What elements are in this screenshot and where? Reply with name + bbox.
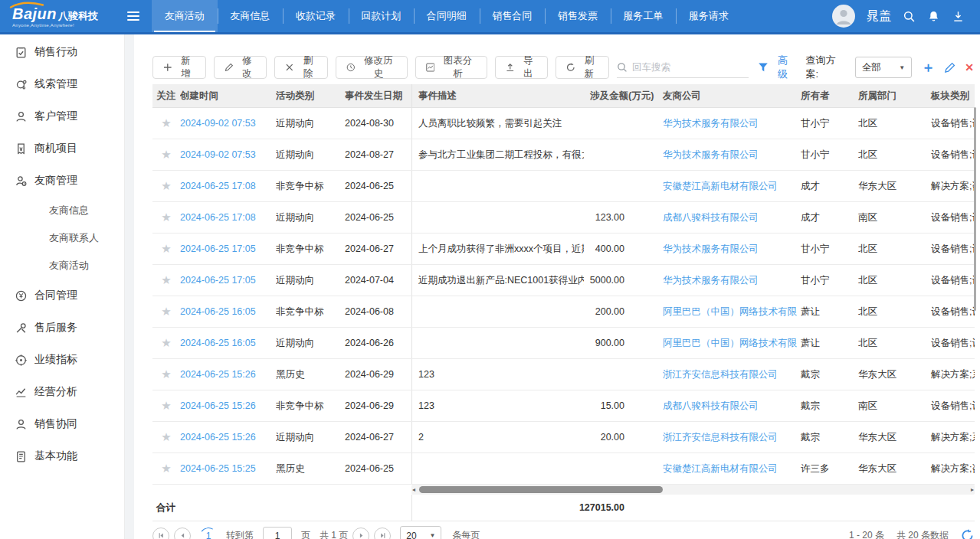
scroll-right-icon[interactable]: ▸: [971, 485, 974, 495]
topnav-tab[interactable]: 销售合同: [480, 0, 546, 32]
page-size-select[interactable]: 20 ▼: [400, 526, 441, 539]
company-link[interactable]: 成都八骏科技有限公司: [663, 400, 759, 413]
query-scheme-select[interactable]: 全部 ▼: [855, 57, 912, 78]
add-scheme-icon[interactable]: ＋: [921, 60, 935, 74]
favorite-star-icon[interactable]: ★: [161, 211, 171, 224]
search-icon[interactable]: [903, 10, 916, 23]
created-time-link[interactable]: 2024-09-02 07:53: [180, 149, 256, 160]
sidebar-subitem[interactable]: 友商活动: [0, 252, 124, 279]
company-link[interactable]: 浙江齐安信息科技有限公司: [663, 431, 778, 444]
last-page-button[interactable]: [374, 528, 391, 539]
favorite-star-icon[interactable]: ★: [161, 242, 171, 256]
sidebar-item[interactable]: 经营分析: [0, 376, 124, 408]
created-time-link[interactable]: 2024-06-25 17:08: [180, 212, 256, 223]
search-input[interactable]: [632, 62, 749, 73]
sidebar-item[interactable]: 销售协同: [0, 408, 124, 440]
favorite-star-icon[interactable]: ★: [161, 399, 171, 413]
favorite-star-icon[interactable]: ★: [161, 116, 171, 130]
topnav-tab[interactable]: 友商活动: [152, 0, 218, 32]
topnav-tab[interactable]: 服务请求: [676, 0, 742, 32]
prev-page-button[interactable]: [174, 528, 191, 539]
topnav-tab[interactable]: 友商信息: [218, 0, 284, 32]
edit-scheme-icon[interactable]: [944, 62, 955, 74]
toolbar-button[interactable]: 刷新: [556, 56, 609, 79]
toolbar-button[interactable]: 修改历史: [336, 56, 408, 79]
toolbar-button[interactable]: 导出: [495, 56, 549, 79]
delete-scheme-icon[interactable]: ✕: [965, 62, 974, 73]
toolbar-button[interactable]: 新增: [152, 56, 206, 79]
sidebar-item[interactable]: 友商管理: [0, 165, 124, 197]
toolbar-button[interactable]: 图表分析: [415, 56, 487, 79]
vertical-scrollbar[interactable]: [974, 107, 976, 311]
topnav-tab[interactable]: 合同明细: [414, 0, 480, 32]
sidebar-item[interactable]: 基本功能: [0, 440, 124, 472]
company-link[interactable]: 华为技术服务有限公司: [663, 274, 759, 287]
sidebar-item[interactable]: 商机项目: [0, 132, 124, 165]
current-page[interactable]: 1: [200, 528, 217, 539]
topnav-tab[interactable]: 回款计划: [349, 0, 415, 32]
user-name[interactable]: 晁盖: [867, 8, 891, 24]
menu-icon[interactable]: [115, 0, 152, 32]
favorite-star-icon[interactable]: ★: [161, 148, 171, 162]
cell-event-date: 2024-06-29: [345, 359, 411, 390]
created-time-link[interactable]: 2024-06-25 17:05: [180, 243, 256, 254]
page-number-input[interactable]: [263, 527, 292, 539]
topnav-tab[interactable]: 销售发票: [545, 0, 611, 32]
toolbar-button[interactable]: 修改: [214, 56, 267, 79]
favorite-star-icon[interactable]: ★: [161, 430, 171, 444]
cell-activity-category: 近期动向: [276, 202, 345, 233]
company-link[interactable]: 成都八骏科技有限公司: [663, 211, 759, 224]
horizontal-scrollbar-thumb[interactable]: [419, 486, 663, 493]
cell-event-date: 2024-06-26: [345, 328, 411, 358]
horizontal-scrollbar[interactable]: ◂ ▸: [411, 485, 975, 495]
cell-favorite: ★: [152, 359, 180, 390]
company-link[interactable]: 华为技术服务有限公司: [663, 149, 759, 162]
created-time-link[interactable]: 2024-06-25 15:25: [180, 463, 256, 474]
advanced-search-link[interactable]: 高级: [778, 54, 796, 81]
sidebar-item[interactable]: 售后服务: [0, 312, 124, 344]
company-link[interactable]: 浙江齐安信息科技有限公司: [663, 368, 778, 381]
company-link[interactable]: 华为技术服务有限公司: [663, 117, 759, 130]
filter-icon[interactable]: [758, 62, 769, 73]
favorite-star-icon[interactable]: ★: [161, 462, 171, 475]
bell-icon[interactable]: [927, 10, 940, 23]
created-time-link[interactable]: 2024-06-25 16:05: [180, 306, 256, 317]
sidebar-subitem[interactable]: 友商联系人: [0, 224, 124, 252]
topnav-tab[interactable]: 服务工单: [611, 0, 677, 32]
company-link[interactable]: 安徽楚江高新电材有限公司: [663, 462, 778, 475]
company-link[interactable]: 阿里巴巴（中国）网络技术有限...: [663, 305, 797, 318]
avatar[interactable]: [832, 5, 855, 28]
created-time-link[interactable]: 2024-06-25 17:05: [180, 275, 256, 286]
refresh-icon[interactable]: [961, 529, 974, 539]
favorite-star-icon[interactable]: ★: [161, 368, 171, 381]
toolbar-button[interactable]: 删除: [274, 56, 328, 79]
favorite-star-icon[interactable]: ★: [161, 273, 171, 287]
sidebar-item[interactable]: 客户管理: [0, 100, 124, 132]
company-link[interactable]: 安徽楚江高新电材有限公司: [663, 180, 778, 193]
created-time-link[interactable]: 2024-06-25 15:26: [180, 432, 256, 443]
sidebar-item[interactable]: 线索管理: [0, 68, 124, 100]
cell-created-time: 2024-06-25 17:08: [180, 171, 276, 201]
created-time-link[interactable]: 2024-06-25 17:08: [180, 181, 256, 191]
cell-segment: 解决方案;系统: [927, 422, 975, 452]
created-time-link[interactable]: 2024-06-25 15:26: [180, 369, 256, 380]
sidebar-item[interactable]: 合同管理: [0, 279, 124, 312]
plus-icon: [163, 63, 172, 72]
created-time-link[interactable]: 2024-06-25 16:05: [180, 338, 256, 348]
favorite-star-icon[interactable]: ★: [161, 305, 171, 318]
created-time-link[interactable]: 2024-09-02 07:53: [180, 118, 256, 129]
download-icon[interactable]: [952, 10, 965, 23]
company-link[interactable]: 华为技术服务有限公司: [663, 243, 759, 256]
sidebar-scroll-gutter[interactable]: [125, 34, 134, 539]
created-time-link[interactable]: 2024-06-25 15:26: [180, 400, 256, 411]
first-page-button[interactable]: [152, 528, 169, 539]
favorite-star-icon[interactable]: ★: [161, 179, 171, 193]
sidebar-item[interactable]: 销售行动: [0, 36, 124, 68]
sidebar-subitem[interactable]: 友商信息: [0, 197, 124, 224]
topnav-tab[interactable]: 收款记录: [283, 0, 349, 32]
next-page-button[interactable]: [352, 528, 369, 539]
scroll-left-icon[interactable]: ◂: [412, 485, 415, 495]
sidebar-item[interactable]: 业绩指标: [0, 344, 124, 376]
favorite-star-icon[interactable]: ★: [161, 336, 171, 350]
company-link[interactable]: 阿里巴巴（中国）网络技术有限...: [663, 337, 797, 350]
